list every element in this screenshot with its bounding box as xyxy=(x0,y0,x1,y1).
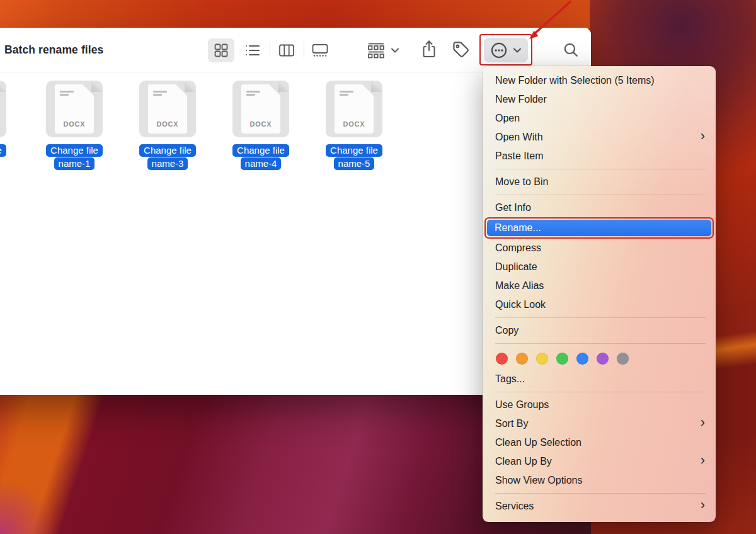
search-icon xyxy=(563,42,579,58)
column-view-button[interactable] xyxy=(276,41,297,60)
page-fold xyxy=(278,81,289,92)
menu-item-new-folder-with-selection[interactable]: New Folder with Selection (5 Items) xyxy=(483,71,716,90)
menu-item-use-groups[interactable]: Use Groups xyxy=(483,395,716,414)
ellipsis-circle-icon xyxy=(490,42,508,59)
tag-color-dot-yellow[interactable] xyxy=(536,353,548,365)
callout-rectangle-rename: Rename... xyxy=(484,217,714,239)
submenu-arrow-icon: › xyxy=(701,414,705,431)
group-by-icon xyxy=(367,42,386,59)
file-name-label: Change file name-4 xyxy=(223,144,299,170)
menu-item-open[interactable]: Open xyxy=(483,109,716,128)
file-type-badge: DOCX xyxy=(335,120,374,128)
file-name-label: Change file name-3 xyxy=(130,144,205,170)
submenu-arrow-icon: › xyxy=(701,497,705,513)
list-view-button[interactable] xyxy=(242,41,263,60)
column-view-icon xyxy=(278,43,295,57)
chevron-down-icon xyxy=(391,47,399,54)
file-name-label: Change file name-2 xyxy=(0,144,16,170)
tag-color-dot-blue[interactable] xyxy=(576,353,588,365)
menu-separator xyxy=(495,343,706,344)
file-icon-docx: DOCX xyxy=(46,81,103,137)
toolbar-divider xyxy=(304,42,304,58)
file-item[interactable]: DOCX Change file name-4 xyxy=(223,81,299,170)
menu-item-services[interactable]: Services› xyxy=(483,497,716,516)
file-icon-docx: DOCX xyxy=(0,81,6,137)
submenu-arrow-icon: › xyxy=(701,452,705,469)
share-icon xyxy=(421,40,437,59)
tag-color-dot-green[interactable] xyxy=(556,353,568,365)
file-type-badge: DOCX xyxy=(55,120,94,128)
context-menu: New Folder with Selection (5 Items) New … xyxy=(483,66,716,522)
icon-view-button[interactable] xyxy=(208,38,234,62)
gallery-view-button[interactable] xyxy=(309,41,331,60)
menu-item-duplicate[interactable]: Duplicate xyxy=(483,258,716,276)
tag-color-dot-purple[interactable] xyxy=(597,353,609,365)
menu-item-clean-up-by[interactable]: Clean Up By› xyxy=(483,452,716,471)
file-icon-docx: DOCX xyxy=(139,81,196,137)
file-icon-docx: DOCX xyxy=(232,81,289,137)
list-view-icon xyxy=(244,43,261,57)
menu-item-tags[interactable]: Tags... xyxy=(483,370,716,389)
tag-icon xyxy=(452,41,470,59)
menu-item-get-info[interactable]: Get Info xyxy=(483,198,716,217)
menu-separator xyxy=(495,195,706,195)
page-fold xyxy=(185,81,196,92)
grid-view-icon xyxy=(213,43,229,58)
menu-separator xyxy=(495,169,706,169)
file-type-badge: DOCX xyxy=(241,120,280,128)
gallery-view-icon xyxy=(311,43,329,57)
tag-color-row xyxy=(483,347,716,370)
search-button[interactable] xyxy=(561,40,581,60)
file-item[interactable]: DOCX Change file name-5 xyxy=(316,81,392,170)
submenu-arrow-icon: › xyxy=(701,128,705,144)
menu-separator xyxy=(495,392,706,392)
page-fold xyxy=(91,81,103,92)
chevron-down-icon xyxy=(513,47,522,54)
wallpaper-top xyxy=(0,0,600,29)
file-name-label: Change file name-5 xyxy=(316,144,392,170)
tags-button[interactable] xyxy=(451,39,471,60)
file-name-label: Change file name-1 xyxy=(37,144,112,170)
page-fold xyxy=(371,81,382,92)
file-item[interactable]: DOCX Change file name-1 xyxy=(37,81,112,170)
menu-item-clean-up-selection[interactable]: Clean Up Selection xyxy=(483,433,716,452)
menu-item-move-to-bin[interactable]: Move to Bin xyxy=(483,173,716,191)
page-fold xyxy=(0,81,6,92)
file-item[interactable]: DOCX Change file name-2 xyxy=(0,81,16,170)
menu-item-compress[interactable]: Compress xyxy=(483,239,716,258)
menu-item-sort-by[interactable]: Sort By› xyxy=(483,414,716,433)
menu-item-open-with[interactable]: Open With› xyxy=(483,128,716,147)
file-item[interactable]: DOCX Change file name-3 xyxy=(130,81,205,170)
menu-item-quick-look[interactable]: Quick Look xyxy=(483,295,716,314)
menu-item-copy[interactable]: Copy xyxy=(483,321,716,340)
group-by-button[interactable] xyxy=(372,40,394,60)
share-button[interactable] xyxy=(420,38,438,60)
menu-separator xyxy=(495,317,706,318)
file-type-badge: DOCX xyxy=(148,120,187,128)
menu-item-rename[interactable]: Rename... xyxy=(487,220,711,236)
tag-color-dot-orange[interactable] xyxy=(516,353,528,365)
tag-color-dot-red[interactable] xyxy=(496,353,508,365)
menu-separator xyxy=(495,493,706,494)
menu-item-show-view-options[interactable]: Show View Options xyxy=(483,471,716,490)
menu-item-new-folder[interactable]: New Folder xyxy=(483,90,716,109)
tag-color-dot-gray[interactable] xyxy=(617,353,629,365)
window-title: Batch rename files xyxy=(4,43,103,57)
more-options-button[interactable] xyxy=(484,38,528,62)
menu-item-make-alias[interactable]: Make Alias xyxy=(483,276,716,295)
file-icon-docx: DOCX xyxy=(326,81,382,137)
toolbar-divider xyxy=(270,42,270,58)
menu-item-paste-item[interactable]: Paste Item xyxy=(483,147,716,166)
